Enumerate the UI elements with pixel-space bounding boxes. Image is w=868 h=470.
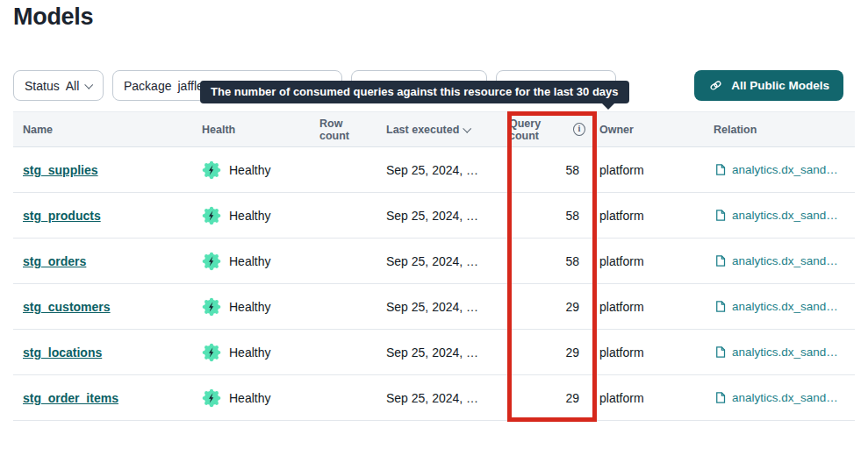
chevron-down-icon (85, 81, 94, 89)
page-title: Models (13, 4, 93, 31)
column-header-owner[interactable]: Owner (599, 124, 707, 136)
last-executed-value: Sep 25, 2024, … (386, 391, 509, 405)
table-row: stg_supplies Healthy Sep 25, 2024, … 58 … (13, 147, 855, 193)
health-status-label: Healthy (229, 254, 270, 268)
last-executed-value: Sep 25, 2024, … (386, 300, 509, 314)
document-icon (714, 209, 727, 222)
table-row: stg_order_items Healthy Sep 25, 2024, … … (13, 375, 855, 421)
model-link[interactable]: stg_supplies (23, 163, 98, 177)
relation-label: analytics.dx_sand… (732, 300, 838, 313)
document-icon (714, 391, 727, 404)
query-count-value: 29 (509, 300, 599, 314)
owner-value: platform (599, 209, 707, 223)
health-status-label: Healthy (229, 300, 270, 314)
table-row: stg_products Healthy Sep 25, 2024, … 58 … (13, 193, 855, 239)
last-executed-value: Sep 25, 2024, … (386, 254, 509, 268)
health-status-label: Healthy (229, 345, 270, 360)
package-filter-label: Package (124, 79, 171, 93)
models-table: Name Health Row count Last executed Quer… (13, 111, 855, 421)
relation-link[interactable]: analytics.dx_sand… (707, 391, 855, 404)
column-header-health[interactable]: Health (202, 124, 319, 136)
document-icon (714, 163, 727, 176)
table-row: stg_customers Healthy Sep 25, 2024, … 29… (13, 284, 855, 330)
query-count-value: 58 (509, 209, 599, 223)
lightning-seal-icon (202, 388, 221, 408)
query-count-tooltip: The number of consumed queries against t… (200, 81, 629, 103)
all-public-models-label: All Public Models (731, 79, 829, 92)
owner-value: platform (599, 300, 707, 314)
column-header-last-executed[interactable]: Last executed (386, 124, 509, 136)
health-status-label: Healthy (229, 209, 270, 223)
owner-value: platform (599, 391, 707, 405)
lightning-seal-icon (202, 343, 221, 362)
relation-label: analytics.dx_sand… (732, 254, 838, 267)
table-row: stg_locations Healthy Sep 25, 2024, … 29… (13, 330, 855, 375)
all-public-models-button[interactable]: All Public Models (694, 70, 843, 101)
lightning-seal-icon (202, 297, 221, 317)
owner-value: platform (599, 254, 707, 268)
models-page: Models Status All Package jaffle_ All Pu… (0, 0, 868, 470)
document-icon (714, 254, 727, 267)
last-executed-label: Last executed (386, 124, 459, 136)
last-executed-value: Sep 25, 2024, … (386, 345, 509, 360)
table-header-row: Name Health Row count Last executed Quer… (13, 111, 855, 147)
last-executed-value: Sep 25, 2024, … (386, 163, 509, 177)
last-executed-value: Sep 25, 2024, … (386, 209, 509, 223)
relation-link[interactable]: analytics.dx_sand… (707, 300, 855, 313)
relation-link[interactable]: analytics.dx_sand… (707, 254, 855, 267)
column-header-name[interactable]: Name (23, 124, 202, 136)
chevron-down-icon (463, 125, 472, 133)
lightning-seal-icon (202, 252, 221, 271)
column-header-row-count[interactable]: Row count (319, 118, 386, 142)
table-row: stg_orders Healthy Sep 25, 2024, … 58 pl… (13, 239, 855, 284)
document-icon (714, 345, 727, 359)
relation-link[interactable]: analytics.dx_sand… (707, 345, 855, 359)
health-status-label: Healthy (229, 163, 270, 177)
model-link[interactable]: stg_order_items (23, 391, 118, 405)
column-header-relation[interactable]: Relation (707, 124, 855, 136)
owner-value: platform (599, 163, 707, 177)
relation-label: analytics.dx_sand… (732, 163, 838, 176)
query-count-value: 58 (509, 254, 599, 268)
document-icon (714, 300, 727, 313)
model-link[interactable]: stg_orders (23, 254, 86, 268)
relation-label: analytics.dx_sand… (732, 391, 838, 404)
query-count-value: 58 (509, 163, 599, 177)
column-header-query-count[interactable]: Query count i (509, 118, 599, 142)
lightning-seal-icon (202, 206, 221, 225)
owner-value: platform (599, 345, 707, 360)
relation-link[interactable]: analytics.dx_sand… (707, 209, 855, 222)
status-filter-label: Status (25, 79, 60, 93)
lightning-seal-icon (202, 160, 221, 180)
query-count-value: 29 (509, 391, 599, 405)
relation-label: analytics.dx_sand… (732, 209, 838, 222)
relation-link[interactable]: analytics.dx_sand… (707, 163, 855, 176)
model-link[interactable]: stg_locations (23, 345, 102, 360)
info-icon[interactable]: i (573, 123, 585, 136)
model-link[interactable]: stg_customers (23, 300, 111, 314)
health-status-label: Healthy (229, 391, 270, 405)
relation-label: analytics.dx_sand… (732, 345, 838, 359)
status-filter-dropdown[interactable]: Status All (13, 70, 104, 101)
link-icon (708, 78, 723, 93)
query-count-value: 29 (509, 345, 599, 360)
model-link[interactable]: stg_products (23, 209, 101, 223)
query-count-label: Query count (509, 118, 569, 142)
status-filter-value: All (66, 79, 80, 93)
